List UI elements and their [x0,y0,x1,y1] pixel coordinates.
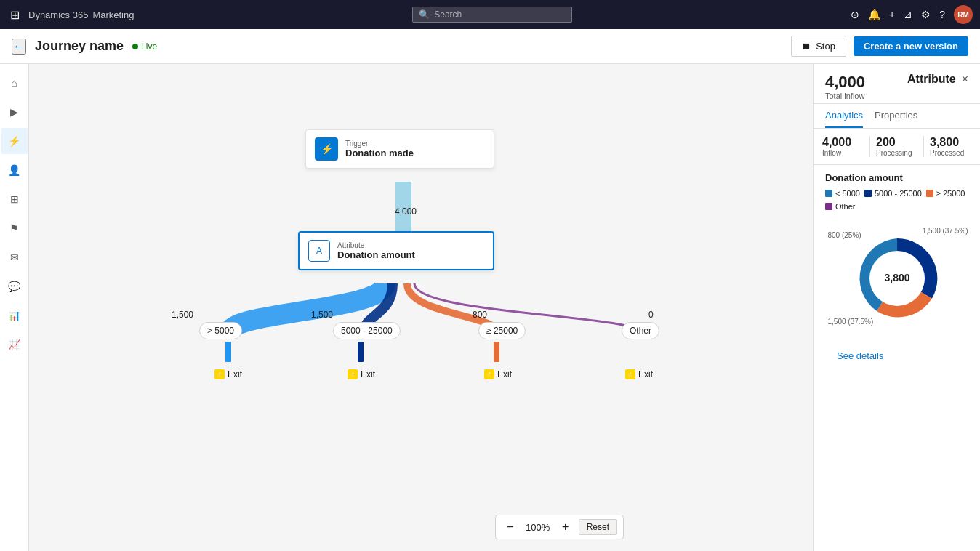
trigger-icon: ⚡ [315,137,338,161]
stat-processing: 200 Processing [876,136,917,157]
exit1-icon: ⭐ [214,369,225,379]
legend-dot-3 [926,190,933,197]
panel-title: Attribute [907,73,956,86]
trigger-node[interactable]: ⚡ Trigger Donation made [305,129,494,169]
donation-section: Donation amount < 5000 5000 - 25000 ≥ 25… [814,165,980,346]
notifications-icon[interactable]: 🔔 [868,9,880,20]
back-button[interactable]: ← [12,39,26,55]
attribute-icon: A [308,240,330,262]
stat-inflow: 4,000 Inflow [822,136,864,157]
settings-icon[interactable]: ⚙ [921,9,931,20]
total-inflow-label: Total inflow [825,92,865,100]
branch4-count: 0 [648,310,654,320]
svg-text:3,800: 3,800 [884,272,909,283]
zoom-out-button[interactable]: − [502,518,519,536]
stop-icon: ⏹ [802,41,811,52]
svg-rect-3 [494,342,499,362]
sidebar-item-analytics2[interactable]: 📈 [1,331,28,358]
branch1-exit: ⭐ Exit [214,369,242,379]
live-dot [132,44,138,49]
donut-svg: 3,800 [835,224,959,333]
create-version-button[interactable]: Create a new version [854,36,968,56]
exit3-icon: ⭐ [484,369,494,379]
stop-button[interactable]: ⏹ Stop [791,36,846,57]
flow-count: 4,000 [395,206,417,217]
branch3-count: 800 [473,310,487,320]
canvas-area: ⚡ Trigger Donation made 4,000 A Attribut… [29,64,813,551]
stats-section: 4,000 Inflow 200 Processing 3,800 Proces… [814,129,980,165]
branch1-node[interactable]: > 5000 [199,322,242,339]
legend-item-1: < 5000 [825,189,860,198]
trigger-name: Donation made [345,148,414,158]
activity-icon[interactable]: ⊙ [851,9,859,20]
add-icon[interactable]: + [889,9,895,20]
filter-icon[interactable]: ⊿ [904,9,912,20]
donut-chart: 800 (25%) 1,500 (37.5%) 1,500 (37.5%) [825,217,968,333]
svg-rect-1 [225,342,231,362]
zoom-reset-button[interactable]: Reset [579,519,617,535]
search-area: 🔍 [140,7,845,23]
sidebar-item-email[interactable]: ✉ [1,244,28,270]
panel-close-button[interactable]: × [962,73,968,86]
status-badge: Live [132,41,157,52]
nav-icons: ⊙ 🔔 + ⊿ ⚙ ? RM [851,5,973,24]
legend-item-4: Other [825,202,856,211]
branch2-exit: ⭐ Exit [348,369,375,379]
search-icon: 🔍 [419,9,430,20]
module-name: Marketing [92,9,134,20]
sidebar-item-reports[interactable]: 📊 [1,302,28,329]
legend-dot-1 [825,190,832,197]
right-panel: 4,000 Total inflow Attribute × Analytics… [813,64,980,551]
page-title: Journey name [35,39,124,54]
sidebar-item-arrow[interactable]: ▶ [1,99,28,125]
svg-rect-2 [358,342,364,362]
apps-button[interactable]: ⊞ [7,5,23,25]
sidebar-item-contacts[interactable]: 👤 [1,157,28,183]
stat-processed: 3,800 Processed [930,136,971,157]
sidebar-item-journey[interactable]: ⚡ [1,128,28,154]
tab-analytics[interactable]: Analytics [825,104,863,128]
sidebar-item-home[interactable]: ⌂ [1,70,28,96]
branch3-exit: ⭐ Exit [484,369,512,379]
donation-title: Donation amount [825,172,968,183]
panel-tabs: Analytics Properties [814,104,980,129]
exit2-icon: ⭐ [348,369,358,379]
branch2-count: 1,500 [311,310,333,320]
branch4-exit: ⭐ Exit [625,369,653,379]
zoom-level: 100% [523,522,553,533]
branch3-node[interactable]: ≥ 25000 [478,322,526,339]
sidebar-item-flag[interactable]: ⚑ [1,215,28,241]
attribute-name: Donation amount [337,249,415,260]
legend-item-3: ≥ 25000 [926,189,965,198]
legend-dot-4 [825,203,832,210]
attribute-node[interactable]: A Attribute Donation amount [298,231,494,270]
legend-item-2: 5000 - 25000 [864,189,922,198]
sidebar-item-segments[interactable]: ⊞ [1,186,28,212]
total-inflow-number: 4,000 [825,73,865,92]
see-details-link[interactable]: See details [825,346,895,366]
branch1-count: 1,500 [172,310,193,320]
sidebar-item-chat[interactable]: 💬 [1,273,28,299]
branch4-node[interactable]: Other [622,322,659,339]
left-sidebar: ⌂ ▶ ⚡ 👤 ⊞ ⚑ ✉ 💬 📊 📈 [0,64,29,551]
legend-dot-2 [864,190,872,197]
help-icon[interactable]: ? [939,9,945,20]
zoom-in-button[interactable]: + [557,518,574,536]
zoom-controls: − 100% + Reset [495,515,624,539]
see-details-container: See details [814,346,980,365]
attribute-type-label: Attribute [337,241,415,249]
brand-logo: Dynamics 365 Marketing [28,9,134,20]
exit4-icon: ⭐ [625,369,635,379]
avatar[interactable]: RM [954,5,973,24]
branch2-node[interactable]: 5000 - 25000 [333,322,401,339]
search-input[interactable] [434,9,558,20]
legend-row: < 5000 5000 - 25000 ≥ 25000 Other [825,189,968,211]
trigger-type-label: Trigger [345,140,414,148]
tab-properties[interactable]: Properties [875,104,917,128]
